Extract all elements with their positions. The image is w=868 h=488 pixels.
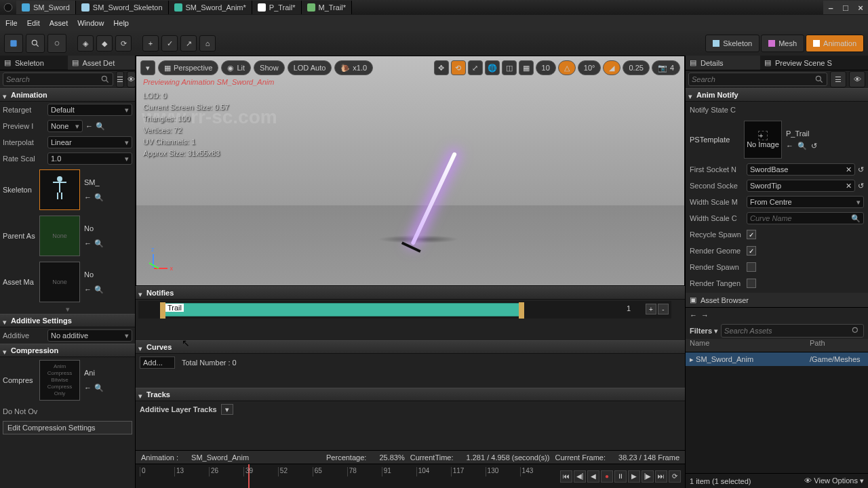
loop-button[interactable]: ⟳ bbox=[669, 470, 681, 483]
viewport-menu[interactable]: ▾ bbox=[140, 60, 155, 75]
export-button[interactable]: ↗ bbox=[180, 35, 197, 52]
reimport-button[interactable] bbox=[47, 34, 66, 53]
snap-tool[interactable]: ◫ bbox=[502, 60, 517, 75]
back-icon[interactable]: ← bbox=[84, 193, 92, 202]
viewport[interactable]: www.rr-sc.com ▾ ▦ Perspective ◉ Lit Show… bbox=[136, 56, 685, 286]
snap-scale-toggle[interactable]: ◢ bbox=[603, 60, 620, 75]
compress-thumb[interactable]: Anim Compress Bitwise Compress Only bbox=[39, 360, 80, 401]
tab-details[interactable]: ▤Details bbox=[686, 56, 760, 70]
lod-button[interactable]: LOD Auto bbox=[288, 60, 332, 75]
rotate-tool[interactable]: ⟲ bbox=[451, 60, 466, 75]
retarget-dropdown[interactable]: Default bbox=[47, 104, 132, 116]
section-curves[interactable]: ▾Curves bbox=[136, 340, 685, 354]
back-icon[interactable]: ← bbox=[84, 384, 92, 392]
eye-button[interactable]: 👁 bbox=[849, 71, 865, 87]
to-end-button[interactable]: ⏭ bbox=[655, 470, 667, 483]
lit-button[interactable]: ◉ Lit bbox=[221, 60, 251, 75]
add-track-button[interactable]: + bbox=[646, 304, 656, 314]
nav-fwd-icon[interactable]: → bbox=[701, 311, 709, 319]
save-button[interactable] bbox=[4, 34, 23, 53]
asset-row[interactable]: ▸ SM_Sword_Anim/Game/Meshes bbox=[686, 352, 868, 366]
rate-field[interactable]: 1.0 bbox=[47, 152, 132, 165]
search-icon[interactable]: 🔍 bbox=[94, 384, 104, 392]
window-minimize[interactable]: – bbox=[823, 1, 838, 14]
parent-dd[interactable]: No bbox=[84, 224, 104, 232]
reset-icon[interactable]: ↺ bbox=[858, 165, 864, 174]
tab-p-trail[interactable]: P_Trail* bbox=[252, 1, 302, 14]
tab-sm-sword[interactable]: SM_Sword bbox=[16, 1, 76, 14]
recycle-checkbox[interactable]: ✓ bbox=[747, 230, 756, 239]
apply-button[interactable]: ⟳ bbox=[115, 35, 132, 52]
menu-help[interactable]: Help bbox=[113, 19, 129, 27]
tab-asset-browser[interactable]: ▣Asset Browser bbox=[686, 293, 868, 308]
asset-search[interactable] bbox=[721, 324, 864, 338]
nav-back-icon[interactable]: ← bbox=[690, 311, 697, 319]
list-view-button[interactable]: ☰ bbox=[116, 71, 124, 87]
preview-dropdown[interactable]: None bbox=[47, 120, 83, 132]
perspective-button[interactable]: ▦ Perspective bbox=[158, 60, 218, 75]
menu-asset[interactable]: Asset bbox=[50, 19, 68, 27]
tab-sm-sword-skeleton[interactable]: SM_Sword_Skeleton bbox=[76, 1, 169, 14]
step-fwd-button[interactable]: |▶ bbox=[642, 470, 654, 483]
snap-rot-toggle[interactable]: △ bbox=[558, 60, 576, 75]
notify-track[interactable]: Trail 1 +- bbox=[138, 301, 671, 319]
search-icon[interactable]: 🔍 bbox=[94, 239, 104, 248]
move-tool[interactable]: ✥ bbox=[434, 60, 449, 75]
filters-button[interactable]: Filters ▾ bbox=[690, 327, 718, 336]
scale-tool[interactable]: ⤢ bbox=[468, 60, 483, 75]
skeleton-dd[interactable]: SM_ bbox=[84, 178, 104, 186]
search-icon[interactable]: 🔍 bbox=[94, 285, 104, 294]
compress-dd[interactable]: Ani bbox=[84, 369, 104, 377]
tab-sm-sword-anim[interactable]: SM_Sword_Anim* bbox=[169, 1, 252, 14]
tab-asset-details[interactable]: ▤Asset Det bbox=[68, 56, 136, 70]
back-icon[interactable]: ← bbox=[84, 285, 92, 294]
section-anim-notify[interactable]: ▾Anim Notify bbox=[686, 88, 868, 102]
tab-preview-scene[interactable]: ▤Preview Scene S bbox=[760, 56, 868, 70]
section-additive[interactable]: ▾Additive Settings bbox=[0, 314, 135, 327]
col-name[interactable]: Name bbox=[690, 339, 810, 352]
firstsocket-field[interactable]: SwordBase✕ bbox=[747, 163, 855, 176]
grid-tool[interactable]: ▦ bbox=[519, 60, 534, 75]
back-icon[interactable]: ← bbox=[84, 239, 92, 248]
back-icon[interactable]: ← bbox=[786, 142, 793, 150]
snap-rot[interactable]: 10° bbox=[578, 60, 601, 75]
section-notifies[interactable]: ▾Notifies bbox=[136, 286, 685, 300]
mode-skeleton[interactable]: Skeleton bbox=[705, 35, 760, 52]
show-button[interactable]: Show bbox=[254, 60, 285, 75]
pause-button[interactable]: ⏸ bbox=[614, 470, 627, 483]
compress-button[interactable]: ◈ bbox=[77, 35, 94, 52]
window-close[interactable]: × bbox=[853, 1, 868, 14]
trail-notify[interactable] bbox=[162, 303, 522, 317]
play-reverse-button[interactable]: ◀ bbox=[587, 470, 599, 483]
check-button[interactable]: ✓ bbox=[161, 35, 178, 52]
play-button[interactable]: ▶ bbox=[628, 470, 640, 483]
search-small-icon[interactable]: 🔍 bbox=[96, 122, 105, 131]
snap-deg[interactable]: 10 bbox=[536, 60, 556, 75]
add-button[interactable]: + bbox=[142, 35, 159, 52]
eye-button[interactable]: 👁 bbox=[127, 71, 136, 87]
tracks-dropdown[interactable]: ▾ bbox=[221, 404, 233, 415]
menu-edit[interactable]: Edit bbox=[27, 19, 40, 27]
pstemplate-thumb[interactable]: +No Image bbox=[744, 121, 782, 159]
time-ruler[interactable]: 013263952657891104117130143 ⏮ ◀| ◀ ● ⏸ ▶… bbox=[136, 464, 685, 488]
snap-scale[interactable]: 0.25 bbox=[623, 60, 649, 75]
search-icon[interactable]: 🔍 bbox=[797, 142, 807, 150]
edit-compression-button[interactable]: Edit Compression Settings bbox=[3, 421, 132, 434]
details-search-right[interactable] bbox=[688, 73, 827, 86]
mode-animation[interactable]: Animation bbox=[806, 35, 864, 52]
speed-button[interactable]: 🐌 x1.0 bbox=[334, 60, 373, 75]
assetmap-thumb[interactable]: None bbox=[39, 262, 80, 302]
world-tool[interactable]: 🌐 bbox=[485, 60, 500, 75]
tab-skeleton-tree[interactable]: ▤Skeleton bbox=[0, 56, 68, 70]
view-options-button[interactable]: 👁 View Options ▾ bbox=[804, 476, 864, 485]
widthscalem-dropdown[interactable]: From Centre bbox=[747, 196, 864, 208]
pstemplate-dropdown[interactable]: P_Trail bbox=[786, 129, 864, 138]
secondsocket-field[interactable]: SwordTip✕ bbox=[747, 180, 855, 192]
cam-speed[interactable]: 📷 4 bbox=[652, 60, 680, 75]
home-button[interactable]: ⌂ bbox=[199, 35, 216, 52]
list-view-button[interactable]: ☰ bbox=[830, 71, 846, 87]
key-button[interactable]: ◆ bbox=[96, 35, 113, 52]
mode-mesh[interactable]: Mesh bbox=[761, 35, 804, 52]
details-search[interactable] bbox=[3, 73, 113, 86]
search-icon[interactable]: 🔍 bbox=[94, 193, 104, 202]
